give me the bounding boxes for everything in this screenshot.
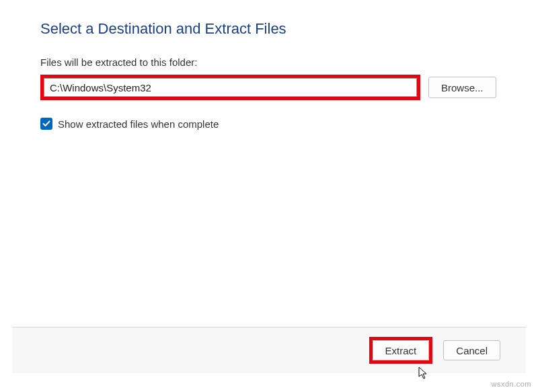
dialog-content: Select a Destination and Extract Files F… xyxy=(0,0,538,130)
extract-highlight: Extract xyxy=(369,337,433,364)
extract-button[interactable]: Extract xyxy=(373,340,430,360)
show-files-label: Show extracted files when complete xyxy=(58,118,219,130)
checkmark-icon xyxy=(42,120,50,128)
browse-button[interactable]: Browse... xyxy=(428,77,496,98)
path-highlight xyxy=(40,75,420,100)
dialog-footer: Extract Cancel xyxy=(12,327,526,373)
folder-label: Files will be extracted to this folder: xyxy=(40,56,498,68)
path-row: Browse... xyxy=(40,75,498,100)
show-files-row: Show extracted files when complete xyxy=(40,118,498,130)
dialog-title: Select a Destination and Extract Files xyxy=(40,20,498,38)
show-files-checkbox[interactable] xyxy=(40,118,52,130)
watermark-text: wsxdn.com xyxy=(491,380,531,388)
destination-path-input[interactable] xyxy=(44,78,417,97)
cancel-button[interactable]: Cancel xyxy=(443,340,500,360)
